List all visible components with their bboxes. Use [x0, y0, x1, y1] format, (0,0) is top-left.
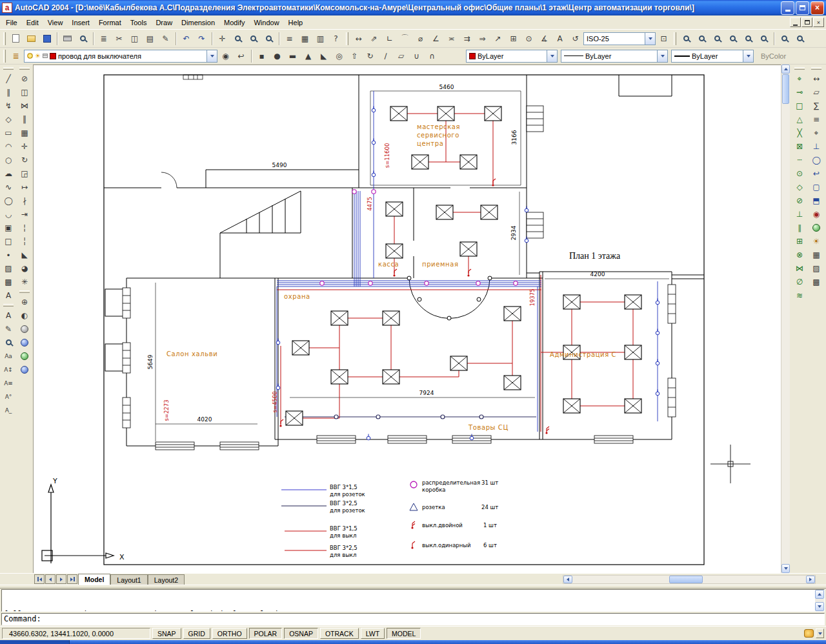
tab-model[interactable]: Model — [78, 574, 110, 585]
dimension-text-edit-icon[interactable]: A — [552, 31, 567, 46]
scale-text-icon[interactable]: A↕ — [1, 363, 16, 376]
toolbar-grip[interactable] — [3, 304, 14, 307]
grid-toggle[interactable]: GRID — [183, 628, 210, 639]
doc-close-button[interactable]: × — [813, 17, 824, 27]
mass-properties-icon[interactable]: ∑ — [809, 99, 824, 112]
ordinate-dimension-icon[interactable]: ∟ — [382, 31, 397, 46]
solids-sphere-icon[interactable]: ● — [270, 48, 285, 63]
snap-insert-icon[interactable]: ⊞ — [792, 234, 807, 248]
paste-icon[interactable]: ▤ — [143, 31, 157, 46]
baseline-dimension-icon[interactable]: ⇉ — [459, 31, 474, 46]
snap-from-icon[interactable]: ⊸ — [792, 85, 807, 99]
save-button[interactable] — [39, 31, 54, 46]
solids-cylinder-icon[interactable]: ▬ — [285, 48, 300, 63]
tab-prev-button[interactable] — [45, 574, 55, 584]
make-block-icon[interactable]: □ — [1, 234, 16, 248]
drawing-area[interactable]: мастерская сервисного центра касса прием… — [33, 65, 781, 573]
doc-minimize-button[interactable] — [790, 17, 801, 27]
zoom-previous-button[interactable] — [261, 31, 276, 46]
angular-dimension-icon[interactable]: ∠ — [428, 31, 443, 46]
snap-node-icon[interactable]: ⊗ — [792, 248, 807, 261]
minimize-button[interactable] — [781, 1, 794, 15]
menu-window[interactable]: Window — [249, 17, 283, 28]
diameter-dimension-icon[interactable]: ⌀ — [413, 31, 428, 46]
erase-icon[interactable]: ⊘ — [17, 72, 32, 85]
dimension-edit-icon[interactable]: ∡ — [537, 31, 552, 46]
match-properties-icon[interactable]: ✎ — [158, 31, 173, 46]
snap-none-icon[interactable]: ∅ — [792, 275, 807, 288]
3d-wireframe-button[interactable] — [17, 336, 32, 349]
color-combo[interactable]: ByLayer — [466, 50, 558, 63]
make-object-layer-current-icon[interactable]: ◉ — [218, 48, 233, 63]
solids-cone-icon[interactable]: ▲ — [301, 48, 316, 63]
trim-icon[interactable]: ∤ — [17, 194, 32, 207]
communication-center-icon[interactable] — [804, 629, 814, 638]
menu-format[interactable]: Format — [94, 17, 126, 28]
menu-tools[interactable]: Tools — [126, 17, 152, 28]
radius-dimension-icon[interactable]: ⌒ — [398, 31, 412, 46]
horizontal-scroll-track[interactable] — [572, 576, 806, 583]
lwt-toggle[interactable]: LWT — [361, 628, 385, 639]
menu-insert[interactable]: Insert — [67, 17, 94, 28]
plot-button[interactable] — [60, 31, 75, 46]
mapping-icon[interactable]: ▨ — [809, 261, 824, 275]
temporary-track-point-icon[interactable]: ⌖ — [792, 72, 807, 85]
zoom-flyout-button[interactable] — [246, 31, 261, 46]
command-scroll-up-button[interactable] — [815, 590, 824, 599]
edit-text-icon[interactable]: ✎ — [1, 322, 16, 336]
snap-tangent-icon[interactable]: ⊘ — [792, 194, 807, 207]
break-icon[interactable]: ╎ — [17, 234, 32, 248]
snap-center-icon[interactable]: ⊙ — [792, 166, 807, 180]
publish-icon[interactable]: ≣ — [96, 31, 111, 46]
tab-first-button[interactable] — [34, 574, 45, 584]
construction-line-icon[interactable]: ∥ — [1, 85, 16, 99]
ucs-previous-icon[interactable]: ↩ — [809, 166, 824, 180]
horizontal-scroll-thumb[interactable] — [669, 576, 703, 583]
aligned-dimension-icon[interactable]: ⇗ — [367, 31, 381, 46]
command-input-line[interactable]: Command: — [1, 613, 825, 625]
pan-realtime-icon[interactable]: ✛ — [215, 31, 230, 46]
toolbar-grip[interactable] — [3, 67, 14, 70]
menu-modify[interactable]: Modify — [219, 17, 249, 28]
close-button[interactable]: × — [811, 1, 824, 15]
layer-previous-icon[interactable]: ↩ — [234, 48, 248, 63]
list-icon[interactable]: ≡ — [809, 112, 824, 126]
zoom-window-button[interactable] — [679, 31, 694, 46]
snap-parallel-icon[interactable]: ∥ — [792, 221, 807, 234]
hatch-icon[interactable]: ▨ — [1, 261, 16, 275]
undo-icon[interactable]: ↶ — [179, 31, 194, 46]
text-style-icon[interactable]: Aa — [1, 349, 16, 363]
zoom-extents-button[interactable] — [792, 31, 807, 46]
2d-wireframe-button[interactable] — [17, 322, 32, 336]
linetype-dropdown-button[interactable] — [657, 50, 667, 62]
menu-draw[interactable]: Draw — [151, 17, 177, 28]
scroll-right-button[interactable] — [806, 576, 815, 583]
quick-dimension-icon[interactable]: ≍ — [444, 31, 459, 46]
camera-icon[interactable]: ◉ — [809, 207, 824, 221]
lineweight-dropdown-button[interactable] — [743, 50, 753, 62]
snap-endpoint-icon[interactable]: □ — [792, 99, 807, 112]
restore-button[interactable] — [796, 1, 809, 15]
snap-quadrant-icon[interactable]: ◇ — [792, 180, 807, 194]
cut-icon[interactable]: ✂ — [112, 31, 126, 46]
zoom-in-button[interactable] — [741, 31, 756, 46]
solids-extrude-icon[interactable]: ⇧ — [347, 48, 362, 63]
zoom-center-button[interactable] — [725, 31, 740, 46]
tab-layout1[interactable]: Layout1 — [110, 574, 147, 585]
floor-plan-drawing[interactable]: мастерская сервисного центра касса прием… — [34, 65, 781, 574]
region-icon[interactable]: ▩ — [1, 275, 16, 288]
doc-restore-button[interactable] — [801, 17, 812, 27]
circle-icon[interactable]: ○ — [1, 153, 16, 166]
menu-view[interactable]: View — [43, 17, 68, 28]
zoom-realtime-button[interactable] — [230, 31, 245, 46]
scroll-down-button[interactable] — [781, 564, 790, 573]
center-mark-icon[interactable]: ⊙ — [521, 31, 536, 46]
solids-torus-icon[interactable]: ◎ — [332, 48, 347, 63]
copy-object-icon[interactable]: ◫ — [17, 85, 32, 99]
linear-dimension-icon[interactable]: ↔ — [351, 31, 366, 46]
text-window-icon[interactable]: A_ — [1, 403, 16, 417]
distance-icon[interactable]: ↔ — [809, 72, 824, 85]
command-scroll-down-button[interactable] — [815, 602, 824, 611]
background-icon[interactable]: ▩ — [809, 275, 824, 288]
snap-toggle[interactable]: SNAP — [152, 628, 181, 639]
